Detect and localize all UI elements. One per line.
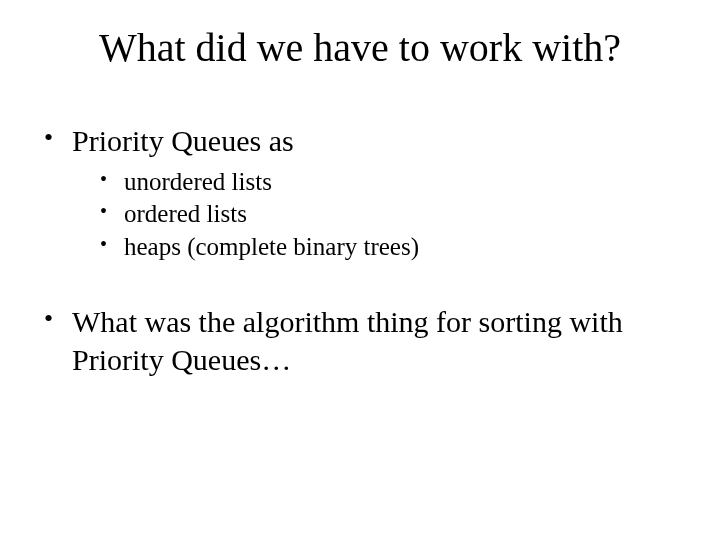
sub-bullet-text: ordered lists xyxy=(124,200,247,227)
bullet-text: Priority Queues as xyxy=(72,124,294,157)
bullet-item: What was the algorithm thing for sorting… xyxy=(36,303,684,378)
sub-bullet-item: ordered lists xyxy=(90,198,684,231)
slide: What did we have to work with? Priority … xyxy=(0,0,720,540)
sub-bullet-item: heaps (complete binary trees) xyxy=(90,231,684,264)
bullet-list-level1: Priority Queues as unordered lists order… xyxy=(36,122,684,263)
sub-bullet-item: unordered lists xyxy=(90,166,684,199)
bullet-list-level2: unordered lists ordered lists heaps (com… xyxy=(72,166,684,264)
sub-bullet-text: heaps (complete binary trees) xyxy=(124,233,419,260)
bullet-text: What was the algorithm thing for sorting… xyxy=(72,305,623,376)
bullet-list-level1: What was the algorithm thing for sorting… xyxy=(36,303,684,378)
spacer xyxy=(36,269,684,303)
slide-title: What did we have to work with? xyxy=(0,24,720,71)
bullet-item: Priority Queues as unordered lists order… xyxy=(36,122,684,263)
sub-bullet-text: unordered lists xyxy=(124,168,272,195)
slide-body: Priority Queues as unordered lists order… xyxy=(36,122,684,384)
